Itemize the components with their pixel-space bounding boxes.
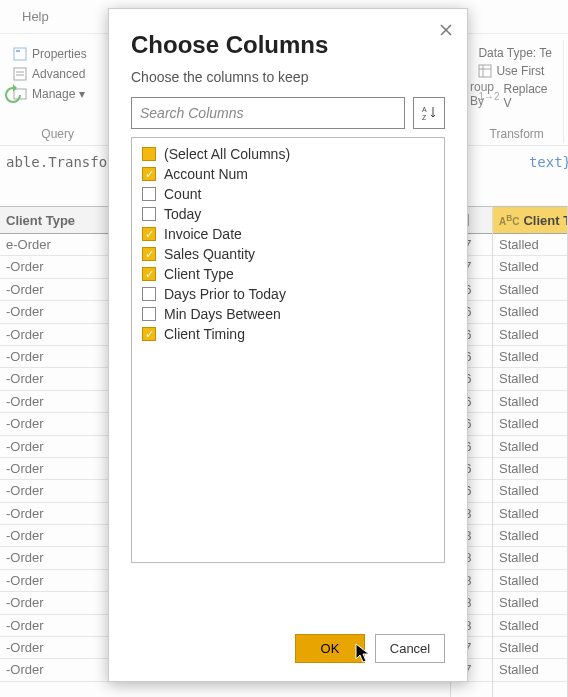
- cancel-button[interactable]: Cancel: [375, 634, 445, 663]
- column-option[interactable]: Sales Quantity: [136, 244, 440, 264]
- checkbox[interactable]: [142, 187, 156, 201]
- column-option-label: Client Type: [164, 266, 234, 282]
- checkbox[interactable]: [142, 307, 156, 321]
- svg-text:A: A: [422, 106, 427, 113]
- column-option[interactable]: Client Timing: [136, 324, 440, 344]
- search-columns-input[interactable]: [131, 97, 405, 129]
- columns-list: (Select All Columns)Account NumCountToda…: [131, 137, 445, 563]
- column-option-label: Client Timing: [164, 326, 245, 342]
- checkbox[interactable]: [142, 167, 156, 181]
- close-button[interactable]: [435, 17, 457, 46]
- dialog-title: Choose Columns: [109, 9, 467, 67]
- column-option-label: Min Days Between: [164, 306, 281, 322]
- column-option[interactable]: Days Prior to Today: [136, 284, 440, 304]
- ok-button[interactable]: OK: [295, 634, 365, 663]
- checkbox[interactable]: [142, 207, 156, 221]
- column-option-label: (Select All Columns): [164, 146, 290, 162]
- column-option[interactable]: (Select All Columns): [136, 144, 440, 164]
- column-option-label: Count: [164, 186, 201, 202]
- close-icon: [439, 23, 453, 37]
- checkbox[interactable]: [142, 247, 156, 261]
- column-option-label: Today: [164, 206, 201, 222]
- column-option[interactable]: Account Num: [136, 164, 440, 184]
- column-option[interactable]: Min Days Between: [136, 304, 440, 324]
- svg-text:Z: Z: [422, 114, 427, 121]
- choose-columns-dialog: Choose Columns Choose the columns to kee…: [108, 8, 468, 682]
- column-option-label: Account Num: [164, 166, 248, 182]
- checkbox[interactable]: [142, 287, 156, 301]
- column-option[interactable]: Client Type: [136, 264, 440, 284]
- column-option[interactable]: Count: [136, 184, 440, 204]
- column-option[interactable]: Today: [136, 204, 440, 224]
- column-option[interactable]: Invoice Date: [136, 224, 440, 244]
- sort-az-icon: A Z: [420, 104, 438, 122]
- checkbox[interactable]: [142, 227, 156, 241]
- checkbox[interactable]: [142, 327, 156, 341]
- column-option-label: Sales Quantity: [164, 246, 255, 262]
- sort-columns-button[interactable]: A Z: [413, 97, 445, 129]
- column-option-label: Invoice Date: [164, 226, 242, 242]
- checkbox[interactable]: [142, 267, 156, 281]
- dialog-subtitle: Choose the columns to keep: [109, 67, 467, 97]
- checkbox[interactable]: [142, 147, 156, 161]
- column-option-label: Days Prior to Today: [164, 286, 286, 302]
